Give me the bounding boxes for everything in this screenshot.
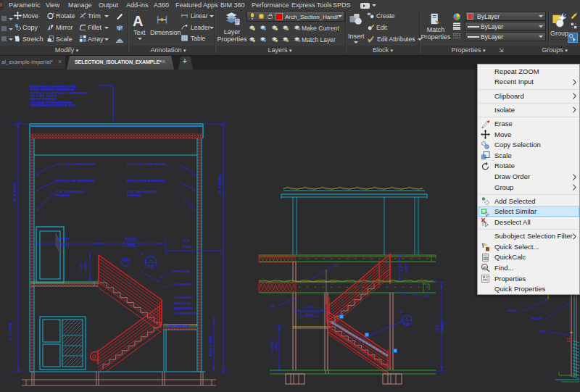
- svg-text:FRAMING: FRAMING: [127, 193, 141, 197]
- svg-text:TOP RISER CAP: TOP RISER CAP: [173, 270, 191, 273]
- svg-text:20'-8" [6300]: 20'-8" [6300]: [13, 183, 17, 201]
- svg-text:9'-10 1/2": 9'-10 1/2": [270, 340, 274, 352]
- svg-text:SUSPENDED ACOUSTIC TILE: SUSPENDED ACOUSTIC TILE: [30, 104, 75, 107]
- svg-text:FRAMING: FRAMING: [56, 193, 70, 197]
- svg-text:[1067]: [1067]: [84, 262, 88, 271]
- svg-text:22'-8" [6908]: 22'-8" [6908]: [218, 175, 222, 194]
- svg-text:[3708]: [3708]: [441, 322, 444, 332]
- svg-text:6'-6 1/2": 6'-6 1/2": [58, 237, 70, 241]
- svg-text:#12: #12: [334, 264, 339, 267]
- svg-text:2x12 STRINGER TYP: 2x12 STRINGER TYP: [174, 312, 197, 315]
- svg-text:C560: C560: [540, 330, 546, 333]
- svg-text:A-05: A-05: [405, 322, 410, 325]
- svg-text:1/2"[12.8] GYPSUM BOARD: 1/2"[12.8] GYPSUM BOARD: [56, 162, 96, 166]
- svg-text:3'-6": 3'-6": [80, 264, 83, 270]
- svg-text:SD: SD: [400, 311, 404, 314]
- svg-text:W16: W16: [270, 305, 275, 308]
- svg-text:1: 1: [406, 317, 407, 320]
- svg-text:8'-6 1/2": 8'-6 1/2": [125, 237, 137, 241]
- svg-text:260 099J: 260 099J: [508, 309, 518, 312]
- svg-text:G99: G99: [425, 295, 429, 298]
- svg-text:ab: ab: [483, 266, 487, 270]
- svg-text:SEE DECK DTL: SEE DECK DTL: [174, 302, 191, 305]
- svg-text:[791]: [791]: [276, 343, 278, 350]
- svg-text:A-05: A-05: [149, 264, 154, 267]
- svg-text:SD: SD: [141, 253, 144, 256]
- svg-text:3'-6": 3'-6": [400, 265, 404, 272]
- svg-text:W314.38: W314.38: [532, 317, 542, 320]
- svg-text:4'-0": 4'-0": [307, 306, 312, 309]
- svg-text:2x12 STRINGER: 2x12 STRINGER: [174, 283, 192, 286]
- svg-text:[1981]: [1981]: [59, 243, 69, 247]
- svg-text:1: 1: [150, 259, 152, 262]
- svg-text:1/2"[12.8] GYPSUM BOARD: 1/2"[12.8] GYPSUM BOARD: [127, 162, 167, 166]
- svg-text:[1067]: [1067]: [405, 264, 408, 272]
- svg-text:8'-10 1/2" [791]: 8'-10 1/2" [791]: [209, 335, 212, 356]
- svg-text:WD BALUSTERS: WD BALUSTERS: [174, 307, 193, 310]
- svg-text:[1219]: [1219]: [306, 314, 313, 317]
- svg-text:5/8"[16] O.S.B SHEATHING: 5/8"[16] O.S.B SHEATHING: [56, 179, 94, 183]
- svg-text:[1422]: [1422]: [183, 245, 192, 249]
- svg-text:[2604]: [2604]: [128, 243, 135, 246]
- svg-text:4'-8": 4'-8": [183, 239, 190, 243]
- svg-text:12'-2": 12'-2": [436, 323, 439, 331]
- svg-text:1 1/2" HANDRAIL: 1 1/2" HANDRAIL: [174, 296, 193, 299]
- svg-text:5/8"[16] O.S.B SHEATHING: 5/8"[16] O.S.B SHEATHING: [127, 179, 165, 183]
- svg-text:11'-6" [3505]: 11'-6" [3505]: [9, 322, 12, 341]
- svg-text:DN: DN: [124, 259, 127, 262]
- svg-text:TOP OF SUBFLOOR: TOP OF SUBFLOOR: [168, 325, 190, 328]
